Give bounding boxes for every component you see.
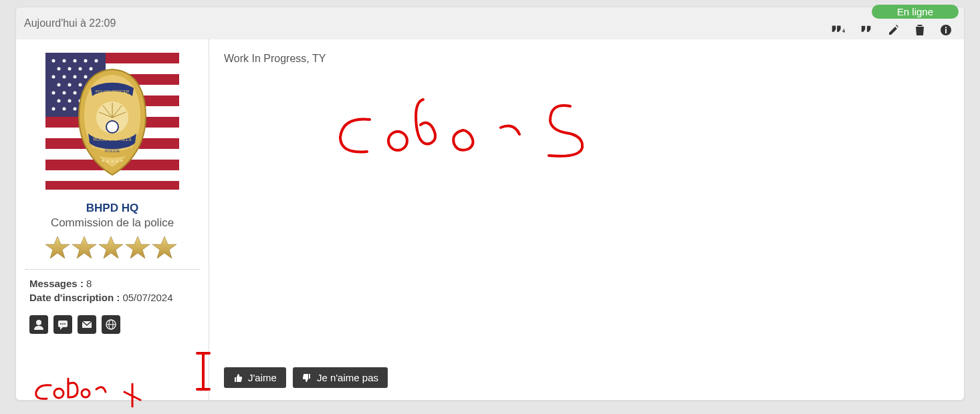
svg-point-32 (63, 91, 66, 95)
multiquote-icon[interactable]: + (830, 24, 845, 38)
svg-point-20 (79, 67, 82, 71)
messages-value: 8 (86, 278, 92, 289)
joined-label: Date d'inscription : (29, 292, 120, 303)
svg-point-31 (52, 91, 55, 95)
online-status-badge: En ligne (872, 5, 959, 19)
svg-point-27 (57, 83, 61, 87)
edit-icon[interactable] (888, 24, 900, 38)
svg-point-40 (52, 108, 55, 111)
dislike-label: Je n'aime pas (317, 372, 378, 383)
like-button[interactable]: J'aime (224, 367, 286, 388)
chat-icon[interactable] (53, 315, 72, 334)
svg-point-66 (64, 323, 66, 325)
svg-point-33 (74, 91, 77, 95)
post-content-area: Work In Progress, TY (209, 39, 964, 400)
svg-point-16 (84, 59, 88, 63)
messages-label: Messages : (29, 278, 84, 289)
svg-point-17 (95, 59, 98, 63)
svg-point-52 (106, 121, 118, 133)
svg-point-22 (52, 75, 55, 79)
quote-icon[interactable] (860, 24, 873, 38)
svg-text:+: + (842, 27, 845, 34)
svg-point-64 (60, 323, 62, 325)
svg-point-15 (74, 59, 77, 63)
svg-point-14 (63, 59, 66, 63)
svg-point-72 (82, 389, 90, 397)
svg-text:POLICE OFFICER: POLICE OFFICER (96, 89, 130, 93)
delete-icon[interactable] (914, 24, 925, 38)
svg-point-21 (90, 67, 93, 71)
svg-point-42 (74, 108, 77, 111)
handwriting-annotation-2 (330, 93, 637, 173)
post-body-text: Work In Progress, TY (224, 53, 949, 65)
like-label: J'aime (248, 372, 277, 383)
divider (25, 269, 199, 270)
svg-point-73 (388, 132, 407, 150)
svg-marker-63 (60, 327, 63, 330)
user-rank-stars (25, 235, 199, 262)
handwriting-annotation-1 (24, 373, 158, 407)
svg-rect-2 (945, 29, 947, 33)
contact-icons (29, 315, 199, 334)
svg-rect-11 (45, 181, 179, 190)
user-panel: POLICE OFFICER ROCKFORD HILLS POLICE (16, 39, 209, 400)
svg-point-19 (68, 67, 72, 71)
svg-rect-3 (945, 27, 947, 28)
user-avatar[interactable]: POLICE OFFICER ROCKFORD HILLS POLICE (45, 53, 179, 190)
svg-point-24 (74, 75, 77, 79)
post-actions: + (830, 24, 952, 38)
svg-text:ROCKFORD HILLS: ROCKFORD HILLS (93, 137, 132, 142)
svg-point-28 (68, 83, 72, 87)
svg-point-29 (79, 83, 82, 87)
svg-point-71 (54, 389, 64, 398)
svg-point-18 (57, 67, 61, 71)
svg-point-41 (63, 108, 66, 111)
svg-point-36 (57, 99, 61, 103)
svg-point-25 (84, 75, 88, 79)
svg-point-37 (68, 99, 72, 103)
mail-icon[interactable] (78, 315, 96, 334)
post-timestamp: Aujourd'hui à 22:09 (24, 17, 116, 29)
info-icon[interactable] (940, 24, 952, 38)
svg-point-23 (63, 75, 66, 79)
globe-icon[interactable] (102, 315, 120, 334)
post-header: Aujourd'hui à 22:09 En ligne + (16, 7, 964, 39)
vote-bar: J'aime Je n'aime pas (224, 367, 388, 388)
svg-point-61 (36, 320, 41, 325)
username-link[interactable]: BHPD HQ (25, 202, 199, 215)
svg-point-65 (62, 323, 64, 325)
svg-text:POLICE: POLICE (105, 149, 120, 153)
joined-value: 05/07/2024 (122, 292, 172, 303)
profile-icon[interactable] (29, 315, 48, 334)
user-role: Commission de la police (25, 216, 199, 230)
svg-point-13 (52, 59, 55, 63)
dislike-button[interactable]: Je n'aime pas (293, 367, 388, 388)
user-meta: Messages : 8 Date d'inscription : 05/07/… (29, 278, 199, 303)
